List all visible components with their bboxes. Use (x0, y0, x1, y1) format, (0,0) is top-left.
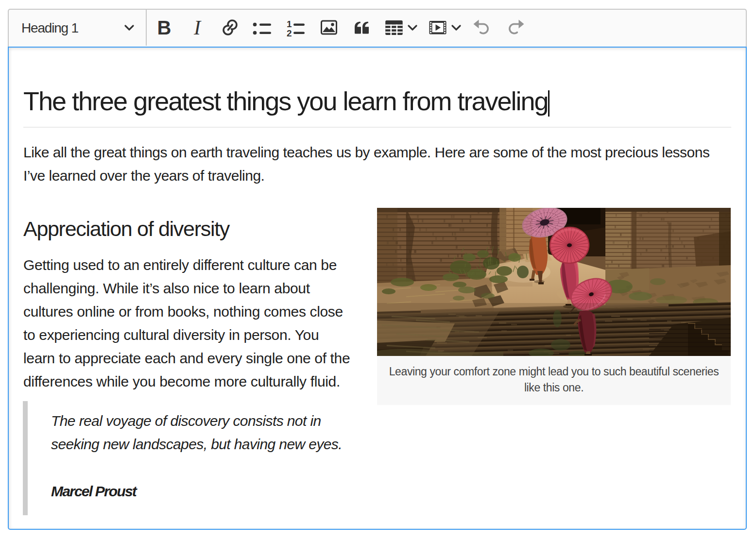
svg-text:I: I (193, 17, 202, 38)
svg-text:B: B (157, 17, 172, 38)
svg-text:1: 1 (287, 19, 292, 29)
svg-text:2: 2 (287, 28, 292, 38)
